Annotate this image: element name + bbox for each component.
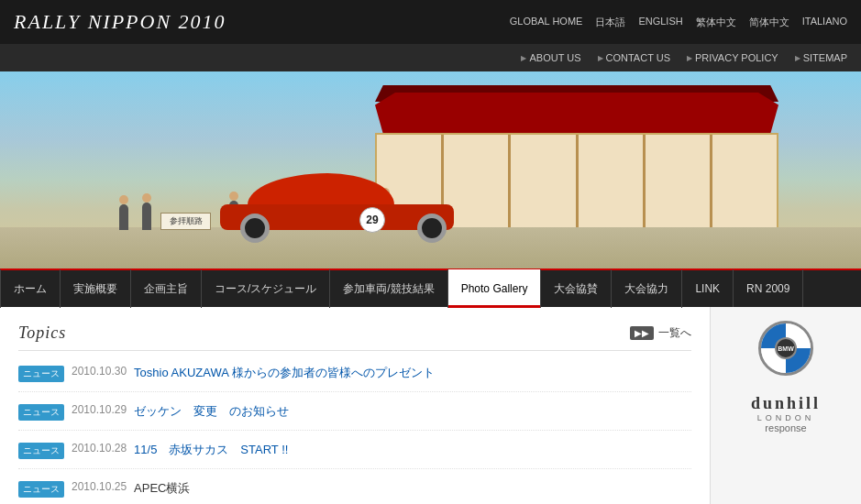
news-text[interactable]: ゼッケン 変更 のお知らせ [134, 403, 289, 420]
news-badge: ニュース [18, 443, 64, 459]
lang-traditional-chinese[interactable]: 繁体中文 [696, 16, 736, 29]
sidebar: BMW dunhill LONDON response [710, 307, 861, 504]
news-list: ニュース 2010.10.30 Toshio AKUZAWA 様からの参加者の皆… [18, 365, 691, 504]
news-date: 2010.10.29 [72, 403, 127, 416]
sign-post: 参拝順路 [160, 213, 211, 230]
news-text[interactable]: 11/5 赤坂サカス START !! [134, 442, 288, 458]
nav-overview[interactable]: 実施概要 [61, 269, 131, 308]
news-date: 2010.10.30 [72, 365, 127, 378]
sec-nav-sitemap[interactable]: SITEMAP [795, 52, 847, 63]
response-text: response [726, 422, 845, 433]
nav-concept[interactable]: 企画主旨 [131, 269, 202, 308]
nav-cooperation[interactable]: 大会協力 [612, 269, 682, 308]
news-item: ニュース 2010.10.25 APEC横浜 [18, 480, 691, 504]
top-header: Rally Nippon 2010 GLOBAL HOME 日本語 ENGLIS… [0, 0, 861, 44]
all-link-label[interactable]: 一覧へ [658, 325, 691, 341]
car-bottom: 29 [220, 204, 454, 230]
news-item: ニュース 2010.10.28 11/5 赤坂サカス START !! [18, 442, 691, 469]
person-figure [142, 193, 151, 230]
sec-nav-privacy-policy[interactable]: PRIVACY POLICY [687, 52, 778, 63]
car-wheel-left [240, 214, 270, 243]
news-date: 2010.10.25 [72, 480, 127, 493]
temple-col [511, 135, 578, 232]
content-area: Topics ▶▶ 一覧へ ニュース 2010.10.30 Toshio AKU… [0, 307, 861, 504]
news-badge: ニュース [18, 404, 64, 421]
person-figure [119, 195, 128, 230]
lang-english[interactable]: ENGLISH [638, 16, 682, 29]
bmw-circle: BMW [758, 321, 813, 376]
temple-col [712, 135, 777, 232]
main-nav: ホーム 実施概要 企画主旨 コース/スケジュール 参加車両/競技結果 Photo… [0, 268, 861, 307]
dunhill-logo[interactable]: dunhill LONDON response [726, 394, 845, 433]
fig-body [119, 204, 128, 230]
nav-sponsors[interactable]: 大会協賛 [541, 269, 612, 308]
news-item: ニュース 2010.10.30 Toshio AKUZAWA 様からの参加者の皆… [18, 365, 691, 392]
car-body: 29 [220, 173, 458, 234]
lang-nav: GLOBAL HOME 日本語 ENGLISH 繁体中文 简体中文 ITALIA… [510, 16, 847, 29]
site-title: Rally Nippon 2010 [14, 10, 226, 34]
news-badge: ニュース [18, 481, 64, 498]
sec-nav-about-us[interactable]: ABOUT US [521, 52, 580, 63]
dunhill-text: dunhill [726, 394, 845, 413]
nav-course[interactable]: コース/スケジュール [202, 269, 330, 308]
dunhill-sublabel: LONDON [726, 413, 845, 422]
news-item: ニュース 2010.10.29 ゼッケン 変更 のお知らせ [18, 403, 691, 431]
all-link-btn[interactable]: ▶▶ [630, 326, 654, 340]
topics-header: Topics ▶▶ 一覧へ [18, 323, 691, 351]
secondary-nav: ABOUT US CONTACT US PRIVACY POLICY SITEM… [0, 44, 861, 71]
nav-home[interactable]: ホーム [0, 269, 61, 308]
sec-nav-contact-us[interactable]: CONTACT US [598, 52, 671, 63]
topics-title: Topics [18, 323, 66, 343]
car-top [248, 173, 394, 208]
bmw-center-ring: BMW [775, 337, 797, 359]
lang-simplified-chinese[interactable]: 简体中文 [749, 16, 789, 29]
temple-roof-main [375, 93, 778, 134]
fig-head [119, 195, 128, 204]
news-date: 2010.10.28 [72, 442, 127, 455]
nav-photo-gallery[interactable]: Photo Gallery [448, 269, 542, 308]
lang-italian[interactable]: ITALIANO [802, 16, 847, 29]
lang-japanese[interactable]: 日本語 [595, 16, 625, 29]
bmw-logo[interactable]: BMW [758, 321, 813, 376]
main-content: Topics ▶▶ 一覧へ ニュース 2010.10.30 Toshio AKU… [0, 307, 710, 504]
car-number: 29 [359, 207, 385, 233]
fig-head [142, 193, 151, 203]
nav-rn2009[interactable]: RN 2009 [734, 269, 803, 308]
hero-scene: 参拝順路 29 [0, 71, 861, 268]
nav-link[interactable]: LINK [682, 269, 734, 308]
news-text: APEC横浜 [134, 480, 190, 497]
car-wheel-right [417, 214, 447, 243]
hero-image: 参拝順路 29 [0, 71, 861, 268]
news-text[interactable]: Toshio AKUZAWA 様からの参加者の皆様へのプレゼント [134, 365, 435, 381]
temple-col [579, 135, 646, 232]
nav-cars[interactable]: 参加車両/競技結果 [330, 269, 447, 308]
news-badge: ニュース [18, 366, 64, 382]
fig-body [142, 203, 151, 230]
lang-global-home[interactable]: GLOBAL HOME [510, 16, 583, 29]
red-car: 29 [220, 173, 458, 234]
all-link[interactable]: ▶▶ 一覧へ [630, 325, 691, 341]
temple-col [646, 135, 712, 232]
